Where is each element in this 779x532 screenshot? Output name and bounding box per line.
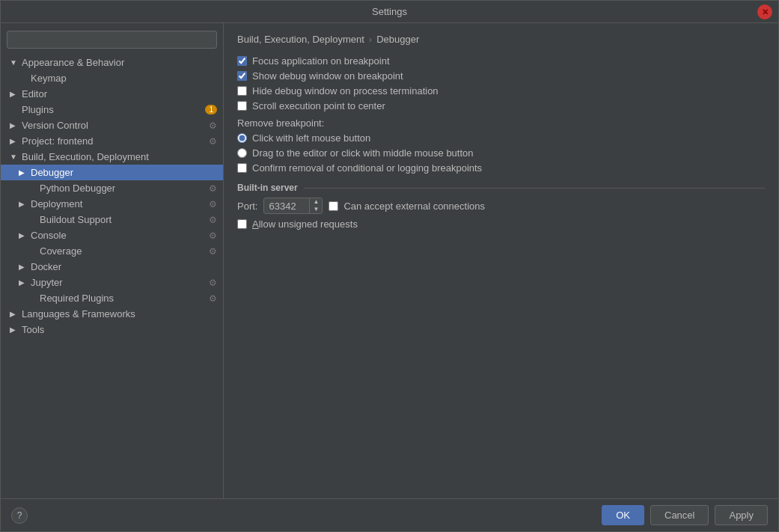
dialog-title: Settings: [372, 6, 407, 17]
sidebar-item-version-control[interactable]: ▶Version Control⚙: [1, 117, 223, 133]
sidebar-item-appearance[interactable]: ▼Appearance & Behavior: [1, 55, 223, 70]
show-debug-window-label: Show debug window on breakpoint: [252, 70, 403, 82]
breadcrumb-current: Debugger: [376, 34, 419, 45]
sidebar-arrow-editor: ▶: [10, 90, 19, 98]
port-decrement-button[interactable]: ▼: [310, 206, 322, 213]
scroll-execution-row: Scroll execution point to center: [237, 100, 765, 111]
radio-drag[interactable]: [237, 148, 247, 158]
sidebar-arrow-version-control: ▶: [10, 121, 19, 129]
sidebar-item-editor[interactable]: ▶Editor: [1, 86, 223, 102]
port-input-wrapper: ▲ ▼: [263, 198, 323, 214]
sidebar-arrow-jupyter: ▶: [19, 278, 28, 287]
sidebar-arrow-build-execution: ▼: [10, 153, 19, 161]
settings-dialog: Settings ✕ ▼Appearance & BehaviorKeymap▶…: [0, 0, 779, 532]
sidebar-label-coverage: Coverage: [40, 245, 82, 257]
sidebar-item-buildout-support[interactable]: Buildout Support⚙: [1, 212, 223, 227]
title-bar: Settings ✕: [1, 1, 778, 23]
sidebar-arrow-console: ▶: [19, 231, 28, 239]
sidebar-label-build-execution: Build, Execution, Deployment: [22, 151, 149, 162]
gear-icon-required-plugins: ⚙: [209, 293, 217, 304]
scroll-execution-label: Scroll execution point to center: [252, 100, 385, 111]
remove-breakpoint-label: Remove breakpoint:: [237, 117, 765, 129]
sidebar-label-editor: Editor: [22, 88, 47, 100]
gear-icon-version-control: ⚙: [209, 120, 217, 131]
sidebar-label-deployment: Deployment: [31, 198, 82, 210]
accept-connections-label: Can accept external connections: [343, 201, 485, 212]
radio-drag-row: Drag to the editor or click with middle …: [237, 147, 765, 159]
radio-left-mouse[interactable]: [237, 133, 247, 143]
sidebar-label-project-frontend: Project: frontend: [22, 135, 93, 147]
accept-connections-row: Can accept external connections: [329, 201, 485, 212]
sidebar-arrow-docker: ▶: [19, 263, 28, 271]
apply-button[interactable]: Apply: [715, 505, 768, 525]
sidebar-label-required-plugins: Required Plugins: [40, 293, 114, 304]
gear-icon-project-frontend: ⚙: [209, 136, 217, 147]
confirm-removal-label: Confirm removal of conditional or loggin…: [252, 162, 482, 174]
breadcrumb-separator: ›: [369, 34, 372, 45]
gear-icon-python-debugger: ⚙: [209, 183, 217, 194]
breadcrumb: Build, Execution, Deployment › Debugger: [237, 34, 765, 45]
help-button[interactable]: ?: [11, 507, 28, 524]
hide-debug-window-checkbox[interactable]: [237, 86, 247, 96]
sidebar-label-jupyter: Jupyter: [31, 277, 63, 288]
show-debug-window-checkbox[interactable]: [237, 71, 247, 81]
sidebar-item-languages-frameworks[interactable]: ▶Languages & Frameworks: [1, 306, 223, 322]
allow-unsigned-label: Allow unsigned requests: [252, 218, 358, 230]
close-button[interactable]: ✕: [757, 4, 772, 19]
hide-debug-window-row: Hide debug window on process termination: [237, 85, 765, 97]
radio-drag-label: Drag to the editor or click with middle …: [252, 147, 474, 159]
builtin-server-section-title: Built-in server: [237, 183, 765, 193]
sidebar-item-required-plugins[interactable]: Required Plugins⚙: [1, 290, 223, 306]
sidebar-item-build-execution[interactable]: ▼Build, Execution, Deployment: [1, 149, 223, 165]
sidebar-item-plugins[interactable]: Plugins1: [1, 102, 223, 117]
radio-left-mouse-label: Click with left mouse button: [252, 132, 370, 144]
focus-on-breakpoint-row: Focus application on breakpoint: [237, 55, 765, 67]
port-input[interactable]: [264, 199, 309, 213]
sidebar-arrow-project-frontend: ▶: [10, 137, 19, 145]
sidebar: ▼Appearance & BehaviorKeymap▶EditorPlugi…: [1, 23, 224, 498]
focus-on-breakpoint-checkbox[interactable]: [237, 56, 247, 66]
sidebar-item-keymap[interactable]: Keymap: [1, 70, 223, 86]
gear-icon-console: ⚙: [209, 230, 217, 241]
sidebar-label-keymap: Keymap: [31, 73, 67, 84]
footer-left: ?: [11, 507, 28, 524]
allow-unsigned-checkbox[interactable]: [237, 219, 247, 229]
dialog-body: ▼Appearance & BehaviorKeymap▶EditorPlugi…: [1, 23, 778, 498]
sidebar-label-appearance: Appearance & Behavior: [22, 57, 124, 68]
sidebar-item-jupyter[interactable]: ▶Jupyter⚙: [1, 275, 223, 290]
confirm-removal-row: Confirm removal of conditional or loggin…: [237, 162, 765, 174]
cancel-button[interactable]: Cancel: [650, 505, 709, 525]
allow-unsigned-row: Allow unsigned requests: [237, 218, 765, 230]
sidebar-badge-plugins: 1: [205, 105, 217, 114]
search-input[interactable]: [7, 31, 217, 49]
scroll-execution-checkbox[interactable]: [237, 101, 247, 111]
port-row: Port: ▲ ▼ Can accept external connection…: [237, 198, 765, 214]
ok-button[interactable]: OK: [602, 505, 644, 525]
sidebar-item-docker[interactable]: ▶Docker: [1, 259, 223, 275]
port-spinners: ▲ ▼: [309, 198, 322, 213]
confirm-removal-checkbox[interactable]: [237, 163, 247, 173]
dialog-footer: ? OK Cancel Apply: [1, 498, 778, 531]
accept-connections-checkbox[interactable]: [329, 201, 338, 211]
sidebar-arrow-debugger: ▶: [19, 168, 28, 177]
sidebar-item-coverage[interactable]: Coverage⚙: [1, 243, 223, 259]
breadcrumb-parent: Build, Execution, Deployment: [237, 34, 364, 45]
hide-debug-window-label: Hide debug window on process termination: [252, 85, 439, 97]
port-increment-button[interactable]: ▲: [310, 198, 322, 206]
sidebar-item-deployment[interactable]: ▶Deployment⚙: [1, 196, 223, 212]
gear-icon-coverage: ⚙: [209, 246, 217, 257]
sidebar-item-tools[interactable]: ▶Tools: [1, 322, 223, 337]
sidebar-label-languages-frameworks: Languages & Frameworks: [22, 308, 135, 319]
focus-on-breakpoint-label: Focus application on breakpoint: [252, 55, 390, 67]
sidebar-label-plugins: Plugins: [22, 104, 54, 115]
sidebar-arrow-deployment: ▶: [19, 200, 28, 208]
sidebar-item-console[interactable]: ▶Console⚙: [1, 227, 223, 243]
sidebar-label-docker: Docker: [31, 261, 61, 272]
sidebar-item-python-debugger[interactable]: Python Debugger⚙: [1, 180, 223, 196]
port-label: Port:: [237, 201, 257, 212]
sidebar-item-debugger[interactable]: ▶Debugger: [1, 165, 223, 180]
sidebar-label-debugger: Debugger: [31, 167, 73, 178]
sidebar-item-project-frontend[interactable]: ▶Project: frontend⚙: [1, 133, 223, 149]
content-area: Build, Execution, Deployment › Debugger …: [224, 23, 778, 498]
sidebar-label-python-debugger: Python Debugger: [40, 183, 115, 194]
